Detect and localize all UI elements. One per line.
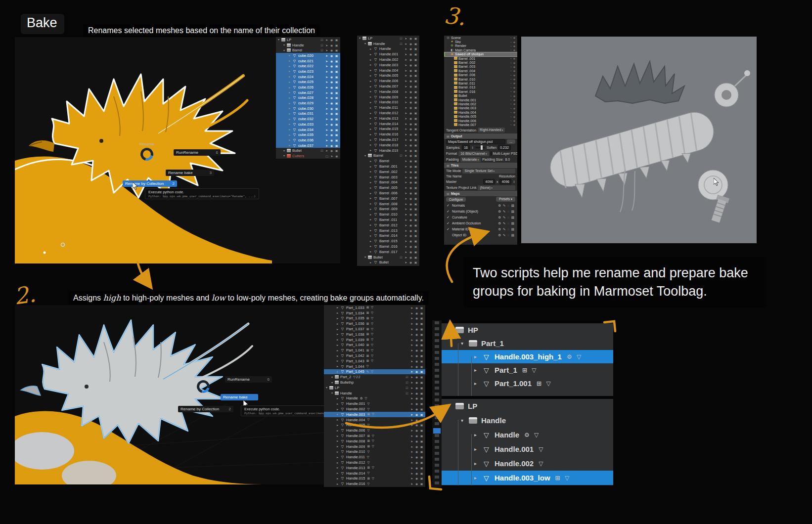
disclosure-icon[interactable]: [331, 376, 335, 379]
map-checkbox-icon[interactable]: [447, 227, 451, 231]
outliner-row[interactable]: Part_1.040⊞ ▽: [324, 343, 425, 348]
visibility-toggle-icons[interactable]: [405, 47, 419, 50]
disclosure-icon[interactable]: [370, 101, 373, 104]
visibility-toggle-icons[interactable]: [410, 472, 425, 475]
disclosure-icon[interactable]: [289, 75, 292, 78]
outliner-row[interactable]: cube.031: [276, 111, 340, 117]
outliner-row[interactable]: Handle.017: [357, 137, 419, 142]
disclosure-icon[interactable]: [289, 138, 292, 141]
tile-mode-dropdown[interactable]: Single Texture Set: [462, 169, 515, 174]
visibility-toggle-icons[interactable]: [410, 354, 425, 357]
outliner-row[interactable]: Handle.007: [357, 84, 419, 89]
visibility-toggle-icons[interactable]: [410, 429, 425, 432]
disclosure-icon[interactable]: [289, 86, 292, 89]
disclosure-icon[interactable]: [364, 256, 368, 259]
disclosure-icon[interactable]: [370, 170, 373, 173]
disclosure-icon[interactable]: [370, 122, 373, 125]
visibility-toggle-icons[interactable]: [400, 154, 419, 157]
outliner-row[interactable]: Part_1.043⊞ ▽: [324, 358, 425, 364]
visibility-toggle-icons[interactable]: [405, 106, 419, 109]
outliner-row[interactable]: cube.022: [276, 63, 340, 69]
outliner-row[interactable]: cube.032: [276, 116, 340, 122]
visibility-toggle-icons[interactable]: [405, 63, 419, 67]
outliner-row[interactable]: Handle⚙ ▽: [442, 428, 613, 442]
visibility-toggle-icons[interactable]: [405, 143, 419, 147]
outliner-row[interactable]: Handle.012: [357, 110, 419, 116]
outliner-row[interactable]: Barrel .011: [357, 217, 419, 222]
outliner-row[interactable]: Part_1.042⊞ ▽: [324, 353, 425, 358]
visibility-toggle-icons[interactable]: [325, 75, 340, 79]
disclosure-icon[interactable]: [461, 341, 469, 346]
disclosure-icon[interactable]: [337, 322, 340, 325]
disclosure-icon[interactable]: [370, 53, 373, 56]
visibility-toggle-icons[interactable]: [410, 370, 425, 373]
outliner-row[interactable]: Bullet: [357, 260, 419, 265]
disclosure-icon[interactable]: [337, 456, 340, 459]
disclosure-icon[interactable]: [337, 397, 340, 400]
visibility-toggle-icons[interactable]: [410, 327, 425, 331]
visibility-toggle-icons[interactable]: [405, 186, 419, 189]
disclosure-icon[interactable]: [370, 106, 373, 109]
disclosure-icon[interactable]: [370, 133, 373, 136]
outliner-row[interactable]: cube.025: [276, 80, 340, 85]
disclosure-icon[interactable]: [337, 349, 340, 352]
outliner-row[interactable]: Part_1⊞ ▽: [442, 363, 613, 377]
visibility-toggle-icons[interactable]: [405, 191, 419, 195]
disclosure-icon[interactable]: [337, 450, 340, 453]
disclosure-icon[interactable]: [448, 328, 455, 333]
outliner-row[interactable]: Part_1.045✎ ▽: [324, 369, 425, 375]
pie-menu-item[interactable]: Rename bake: [221, 394, 258, 400]
disclosure-icon[interactable]: [337, 408, 340, 411]
visibility-toggle-icons[interactable]: [405, 207, 419, 211]
disclosure-icon[interactable]: [370, 160, 373, 163]
visibility-toggle-icons[interactable]: [410, 413, 425, 416]
disclosure-icon[interactable]: [370, 58, 373, 61]
map-checkbox-icon[interactable]: [447, 204, 451, 208]
visibility-toggle-icons[interactable]: [325, 54, 340, 57]
outliner-row[interactable]: Part_1.038⊞ ▽: [324, 332, 425, 337]
outliner-row[interactable]: Handle.008: [357, 89, 419, 94]
disclosure-icon[interactable]: [337, 445, 340, 448]
outliner-row[interactable]: Barrel .002: [357, 169, 419, 175]
disclosure-icon[interactable]: [370, 186, 373, 189]
visibility-toggle-icons[interactable]: [405, 132, 419, 136]
configure-button[interactable]: Configure: [446, 197, 466, 202]
visibility-toggle-icons[interactable]: [325, 91, 340, 94]
outliner-row[interactable]: Handle.001▽: [442, 442, 613, 456]
visibility-toggle-icons[interactable]: [405, 250, 419, 254]
disclosure-icon[interactable]: [370, 181, 373, 184]
scene-tree-row[interactable]: Barrel .016: [444, 89, 517, 93]
tangent-dropdown[interactable]: Right-Handed: [478, 128, 505, 132]
outliner-row[interactable]: Handle: [357, 41, 419, 46]
outliner-row[interactable]: Barrel .007: [357, 196, 419, 201]
outliner-row[interactable]: cube.034: [276, 127, 340, 132]
disclosure-icon[interactable]: [337, 328, 340, 331]
outliner-row[interactable]: Part_1.034⊞ ▽: [324, 310, 425, 316]
outliner-row[interactable]: LP: [276, 37, 340, 43]
outliner-row[interactable]: Barrel .001: [357, 164, 419, 169]
map-row[interactable]: Normals (Object): [444, 209, 517, 215]
map-action-icons[interactable]: [498, 233, 515, 237]
disclosure-icon[interactable]: [337, 435, 340, 437]
disclosure-icon[interactable]: [370, 63, 373, 66]
disclosure-icon[interactable]: [370, 223, 373, 226]
outliner-row[interactable]: cube.020: [276, 53, 340, 58]
outliner-row[interactable]: cube.026: [276, 85, 340, 90]
disclosure-icon[interactable]: [337, 344, 340, 347]
scene-tree-row[interactable]: Barrel .004: [444, 69, 517, 73]
scene-tree-row[interactable]: Barrel .013: [444, 86, 517, 89]
outliner-row[interactable]: Handle.005: [357, 73, 419, 79]
viewport-blender-2[interactable]: RunRename6Rename bakeRename by Collectio…: [15, 305, 325, 484]
disclosure-icon[interactable]: [337, 338, 340, 341]
disclosure-icon[interactable]: [337, 424, 340, 427]
disclosure-icon[interactable]: [370, 149, 373, 152]
outliner-row[interactable]: Handle.009: [357, 94, 419, 100]
outliner-row[interactable]: Handle.013: [357, 116, 419, 121]
disclosure-icon[interactable]: [337, 461, 340, 464]
scene-tree-row[interactable]: Main Camera: [444, 48, 517, 52]
visibility-toggle-icons[interactable]: [405, 149, 419, 152]
disclosure-icon[interactable]: [289, 107, 292, 110]
visibility-toggle-icons[interactable]: [405, 170, 419, 174]
disclosure-icon[interactable]: [359, 37, 362, 40]
visibility-toggle-icons[interactable]: [405, 234, 419, 237]
